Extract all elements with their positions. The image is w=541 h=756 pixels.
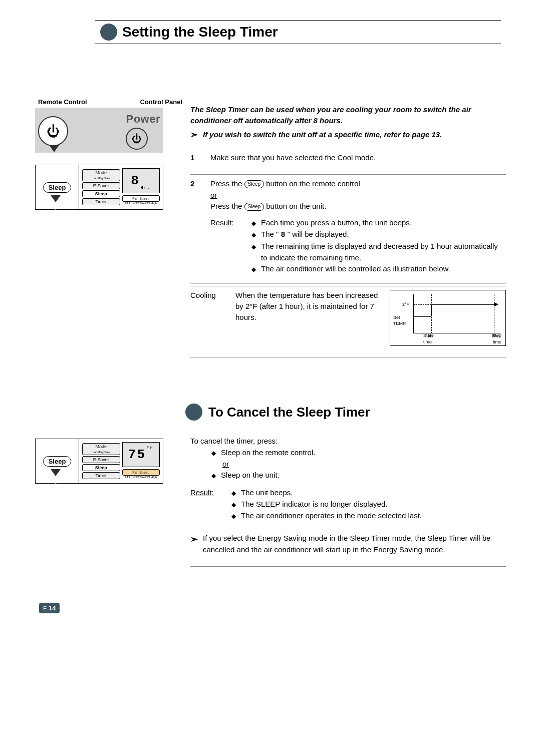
panel-power-button[interactable]: ⏻ <box>126 128 148 150</box>
remote-control-header: Remote Control <box>38 98 87 106</box>
timer-button[interactable]: Timer <box>82 198 120 205</box>
separator <box>190 283 506 284</box>
result-item: The " 8 " will be displayed. <box>261 229 349 241</box>
bullet-icon <box>251 217 256 229</box>
pointer-icon <box>51 469 61 476</box>
result-item: The air conditioner operates in the mode… <box>241 510 422 522</box>
control-panel-illustration-1: Sleep Mode cool/Dry/Fan E.Saver Sleep Ti… <box>35 165 163 210</box>
separator <box>190 357 506 357</box>
separator <box>190 566 506 567</box>
separator <box>190 174 506 175</box>
chart-stop-label: Stoptime <box>492 332 501 345</box>
pointer-icon <box>51 195 61 202</box>
bullet-icon <box>251 229 256 240</box>
or-label: or <box>210 191 217 199</box>
result-item: The remaining time is displayed and decr… <box>261 241 506 263</box>
cancel-item: Sleep on the unit. <box>221 470 280 481</box>
step-text: Make sure that you have selected the Coo… <box>210 152 506 164</box>
result-item: The unit beeps. <box>241 487 293 499</box>
result-label: Result: <box>210 217 245 275</box>
bullet-icon <box>231 499 236 510</box>
control-panel-illustration-2: Sleep Mode cool/Dry/Fan E.Saver Sleep Ti… <box>35 439 163 484</box>
left-column-2: Sleep Mode cool/Dry/Fan E.Saver Sleep Ti… <box>35 436 185 573</box>
chart-2f-label: 2°F <box>402 301 409 308</box>
step-2-line-2: Press the Sleep button on the unit. <box>210 201 506 212</box>
cancel-lead: To cancel the timer, press: <box>190 436 506 447</box>
sleep-button[interactable]: Sleep <box>82 464 120 471</box>
fan-speed-legend: F1:Low/F2:Med/F3:High <box>122 202 160 205</box>
or-label: or <box>222 459 229 470</box>
cancel-item: Sleep on the remote control. <box>221 447 315 459</box>
cooling-label: Cooling <box>190 290 225 346</box>
result-item: Each time you press a button, the unit b… <box>261 217 412 229</box>
cooling-row: Cooling When the temperature has been in… <box>190 290 506 346</box>
bullet-icon <box>231 487 236 499</box>
intro-note: If you wish to switch the unit off at a … <box>203 129 442 140</box>
left-headers: Remote Control Control Panel <box>35 98 185 108</box>
page-number: E-14 <box>39 603 60 613</box>
bullet-icon <box>251 263 256 275</box>
display-readout: 8 Hr. <box>122 168 160 193</box>
display-readout: 75 °F <box>122 442 160 467</box>
title-badge-icon <box>100 24 117 41</box>
fan-speed-button[interactable]: Fan Speed <box>122 195 160 202</box>
page-footer: E-14 <box>39 603 506 613</box>
step-2-line-1: Press the Sleep button on the remote con… <box>210 178 506 190</box>
section2-title: To Cancel the Sleep Timer <box>208 405 370 420</box>
energy-saving-note: If you select the Energy Saving mode in … <box>203 533 506 555</box>
sleep-button[interactable]: Sleep <box>82 190 120 197</box>
remote-sleep-button[interactable]: Sleep <box>43 456 72 467</box>
power-label: Power <box>126 113 160 126</box>
remote-power-button[interactable]: ⏻ <box>38 116 68 146</box>
esaver-button[interactable]: E.Saver <box>82 182 120 189</box>
right-column: The Sleep Timer can be used when you are… <box>185 59 506 363</box>
step-2: 2 Press the Sleep button on the remote c… <box>190 178 506 275</box>
step-number: 1 <box>190 152 210 164</box>
chart-start-label: Starttime <box>423 332 433 345</box>
fan-speed-button[interactable]: Fan Speed <box>122 469 160 476</box>
esaver-button[interactable]: E.Saver <box>82 456 120 463</box>
step-1: 1 Make sure that you have selected the C… <box>190 152 506 164</box>
cooling-text: When the temperature has been increased … <box>235 290 380 346</box>
bullet-icon <box>231 510 236 522</box>
fan-speed-legend: F1:Low/F2:Med/F3:High <box>122 476 160 479</box>
sleep-timer-chart: 2°F Set TEMP. 1hr 8hr Starttime Stoptime <box>390 290 506 346</box>
chart-temp-label: TEMP. <box>393 320 406 327</box>
power-buttons-box: ⏻ Power ⏻ <box>35 108 163 153</box>
result-item: The SLEEP indicator is no longer display… <box>241 499 387 510</box>
mode-button[interactable]: Mode cool/Dry/Fan <box>82 169 120 181</box>
bullet-icon <box>251 241 256 252</box>
mode-button[interactable]: Mode cool/Dry/Fan <box>82 443 120 455</box>
right-column-2: To cancel the timer, press: Sleep on the… <box>185 436 506 573</box>
bullet-icon <box>211 447 216 459</box>
left-column: Remote Control Control Panel ⏻ Power ⏻ S… <box>35 59 185 363</box>
section-title: Setting the Sleep Timer <box>122 24 278 40</box>
note-arrow-icon <box>190 129 198 140</box>
separator <box>190 286 506 286</box>
timer-button[interactable]: Timer <box>82 472 120 479</box>
control-panel-header: Control Panel <box>140 98 182 106</box>
separator <box>190 172 506 172</box>
sleep-pill-icon: Sleep <box>244 203 264 211</box>
note-arrow-icon <box>190 533 198 546</box>
remote-sleep-button[interactable]: Sleep <box>43 182 72 193</box>
sleep-pill-icon: Sleep <box>244 180 264 188</box>
result-label: Result: <box>190 487 225 522</box>
title-badge-icon <box>185 404 202 421</box>
section-title-row: Setting the Sleep Timer <box>95 20 501 44</box>
intro-paragraph: The Sleep Timer can be used when you are… <box>190 104 506 126</box>
step-number: 2 <box>190 178 210 190</box>
result-item: The air conditioner will be controlled a… <box>261 263 450 275</box>
pointer-icon <box>49 145 59 152</box>
bullet-icon <box>211 470 216 481</box>
